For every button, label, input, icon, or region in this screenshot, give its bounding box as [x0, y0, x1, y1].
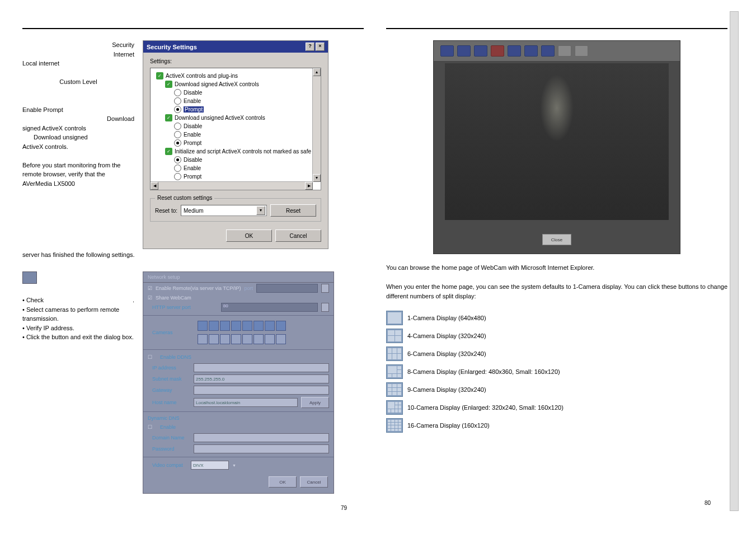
display-10-icon[interactable] [386, 400, 403, 415]
display-1-icon[interactable] [440, 45, 454, 57]
page-79: Security Internet Local internet Custom … [22, 11, 364, 511]
opt-enable: Enable [184, 165, 201, 171]
display-9-label: 9-Camera Display (320x240) [407, 386, 486, 393]
radio-icon[interactable] [174, 165, 181, 172]
radio-icon[interactable] [174, 131, 181, 138]
wc-http-spin[interactable] [321, 303, 329, 312]
body-para2: When you enter the home page, you can se… [386, 282, 727, 302]
wc-cancel-button[interactable]: Cancel [300, 476, 328, 488]
bullet-dot: . [133, 296, 134, 305]
wc-port-spin[interactable] [321, 284, 329, 293]
display-8-icon[interactable] [386, 364, 403, 379]
display-4-label: 4-Camera Display (320x240) [407, 332, 486, 339]
item-dl-unsigned: Download unsigned ActiveX controls [175, 115, 265, 121]
wc-port-label: port [244, 285, 253, 291]
activex-icon: ✓ [165, 114, 172, 121]
reset-legend: Reset custom settings [155, 195, 214, 201]
cancel-button[interactable]: Cancel [275, 229, 321, 242]
display-16-icon[interactable] [386, 418, 403, 433]
wc-http-port-input[interactable]: 80 [221, 303, 318, 312]
wc-host-label: Host name [148, 399, 190, 406]
dialog-titlebar: Security Settings ? × [143, 41, 328, 53]
opt-enable: Enable [184, 98, 201, 104]
wc-port-input[interactable] [256, 284, 318, 293]
camera-grid-row2[interactable] [198, 332, 286, 346]
opt-disable: Disable [184, 90, 202, 96]
tool-icon[interactable] [558, 45, 571, 57]
wc-subnet-input[interactable]: 255.255.255.0 [194, 374, 329, 383]
wc-ip-input[interactable] [194, 363, 329, 372]
opt-disable: Disable [184, 157, 202, 163]
display-6-icon[interactable] [386, 346, 403, 361]
wc-tab[interactable]: Network setup [143, 272, 334, 283]
display-16-icon[interactable] [541, 45, 555, 57]
wc-apply-button[interactable]: Apply [301, 397, 329, 408]
display-4-icon[interactable] [457, 45, 471, 57]
radio-icon[interactable] [174, 156, 181, 163]
display-6-icon[interactable] [474, 45, 487, 57]
wc-cameras-label: Cameras [148, 329, 177, 336]
display-8-label: 8-Camera Display (Enlarged: 480x360, Sma… [407, 368, 560, 375]
wc-http-port-label: HTTP server port [148, 303, 195, 311]
display-16-label: 16-Camera Display (160x120) [407, 422, 490, 429]
text-internet: Internet [22, 50, 134, 59]
text-custom-level: Custom Level [22, 77, 134, 87]
wc-subnet-label: Subnet mask [148, 375, 190, 383]
display-9-icon[interactable] [386, 382, 403, 397]
display-4-icon[interactable] [386, 329, 403, 343]
list-item: 9-Camera Display (320x240) [386, 382, 727, 397]
radio-icon[interactable] [174, 173, 181, 180]
browser-toolbar [434, 41, 680, 62]
chevron-down-icon[interactable]: ▼ [256, 206, 265, 215]
scrollbar-vertical[interactable]: ▲ ▼ [312, 68, 321, 182]
opt-enable: Enable [184, 132, 201, 138]
wc-dynamic-dns: Dynamic DNS [143, 414, 334, 422]
tool-icon[interactable] [575, 45, 588, 57]
wc-password-input[interactable] [194, 444, 329, 453]
list-item: 4-Camera Display (320x240) [386, 329, 727, 343]
wc-ok-button[interactable]: OK [269, 476, 297, 488]
text-signed-ax: signed ActiveX controls [22, 124, 134, 133]
scroll-right-icon[interactable]: ▶ [305, 182, 313, 190]
display-9-icon[interactable] [508, 45, 521, 57]
reset-level-select[interactable]: Medium ▼ [181, 205, 267, 216]
scrollbar-horizontal[interactable]: ◀ ▶ [151, 181, 313, 190]
browser-close-button[interactable]: Close [542, 234, 571, 245]
wc-ip-label: IP address [148, 364, 190, 372]
text-server-finished: server has finished the following settin… [22, 251, 364, 258]
help-icon[interactable]: ? [306, 43, 314, 51]
scroll-up-icon[interactable]: ▲ [313, 68, 321, 76]
wc-enable-ddns: Enable DDNS [156, 353, 196, 361]
list-item: 6-Camera Display (320x240) [386, 346, 727, 361]
wc-video-label: Video compat [148, 461, 187, 469]
camera-grid-row1[interactable] [198, 319, 286, 332]
wc-host-input[interactable]: Localhost.localdomain [194, 398, 298, 407]
wc-gateway-input[interactable] [194, 386, 329, 395]
ok-button[interactable]: OK [226, 229, 272, 242]
scroll-left-icon[interactable]: ◀ [151, 182, 158, 190]
radio-icon[interactable] [174, 97, 181, 105]
wc-domain-input[interactable] [194, 433, 329, 442]
settings-listbox[interactable]: ✓ActiveX controls and plug-ins ✓Download… [150, 68, 321, 190]
radio-icon[interactable] [174, 123, 181, 130]
reset-button[interactable]: Reset [270, 204, 316, 217]
radio-icon[interactable] [174, 139, 181, 147]
activex-icon: ✓ [165, 148, 172, 155]
display-8-icon[interactable] [491, 45, 504, 57]
video-content [540, 74, 574, 142]
display-1-icon[interactable] [386, 311, 403, 325]
close-icon[interactable]: × [316, 43, 325, 51]
wc-video-select[interactable]: DIVX [191, 461, 229, 470]
opt-prompt-selected: Prompt [184, 106, 204, 113]
display-10-icon[interactable] [524, 45, 538, 57]
divider [22, 28, 364, 29]
page-scrollbar[interactable] [730, 11, 739, 511]
list-item: 10-Camera Display (Enlarged: 320x240, Sm… [386, 400, 727, 415]
scroll-down-icon[interactable]: ▼ [313, 174, 321, 182]
radio-icon[interactable] [174, 89, 181, 96]
radio-icon[interactable] [174, 106, 181, 113]
webcam-browser-screenshot: Close [433, 40, 680, 254]
reset-level-value: Medium [184, 208, 204, 214]
list-item: 8-Camera Display (Enlarged: 480x360, Sma… [386, 364, 727, 379]
item-dl-signed: Download signed ActiveX controls [175, 81, 259, 87]
